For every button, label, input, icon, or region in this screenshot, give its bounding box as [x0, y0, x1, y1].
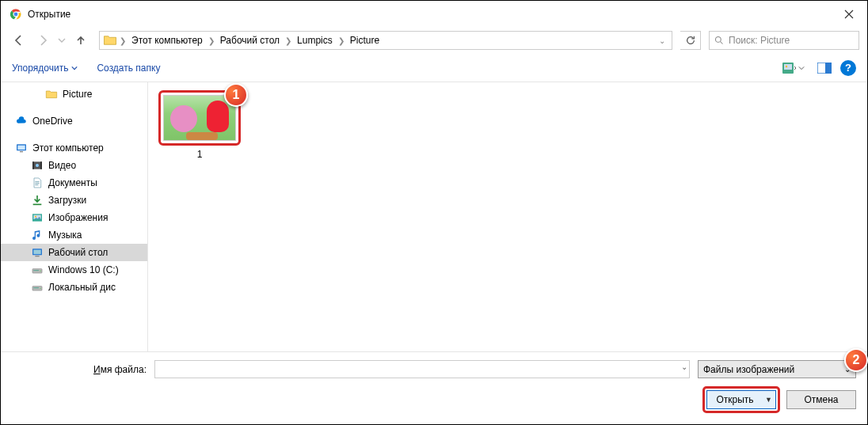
- nav-forward-button[interactable]: [32, 30, 53, 51]
- file-name: 1: [197, 149, 203, 160]
- nav-back-button[interactable]: [9, 30, 29, 51]
- breadcrumb[interactable]: ❯ Этот компьютер ❯ Рабочий стол ❯ Lumpic…: [99, 31, 672, 50]
- chrome-icon: [10, 9, 21, 20]
- annotation-badge-2: 2: [844, 348, 868, 372]
- titlebar: Открытие: [1, 1, 867, 27]
- folder-icon: [103, 33, 117, 47]
- help-button[interactable]: ?: [840, 60, 856, 76]
- chevron-down-icon: [71, 65, 78, 71]
- tree-item-label: Рабочий стол: [48, 247, 108, 258]
- tree-item-label: Локальный дис: [48, 282, 116, 293]
- nav-recent-dropdown[interactable]: [56, 30, 67, 51]
- refresh-button[interactable]: [680, 31, 701, 50]
- file-thumbnail: 1: [158, 90, 241, 146]
- svg-point-3: [716, 37, 721, 43]
- search-placeholder: Поиск: Picture: [729, 35, 790, 46]
- tree-item[interactable]: Изображения: [1, 209, 147, 226]
- tree-item-label: Windows 10 (C:): [48, 264, 119, 275]
- svg-rect-13: [32, 161, 34, 169]
- tree-item[interactable]: Документы: [1, 174, 147, 192]
- toolbar: Упорядочить Создать папку ?: [1, 54, 867, 82]
- breadcrumb-segment[interactable]: Рабочий стол: [217, 32, 283, 49]
- svg-rect-14: [40, 161, 42, 169]
- breadcrumb-segment[interactable]: Picture: [347, 32, 383, 49]
- close-button[interactable]: [831, 1, 867, 27]
- window-title: Открытие: [28, 9, 70, 20]
- svg-rect-26: [33, 287, 39, 288]
- organize-button[interactable]: Упорядочить: [12, 63, 78, 74]
- svg-rect-23: [33, 270, 39, 271]
- navigation-tree[interactable]: PictureOneDriveЭтот компьютерВидеоДокуме…: [1, 82, 148, 351]
- tree-item[interactable]: Picture: [1, 85, 147, 103]
- tree-item[interactable]: Windows 10 (C:): [1, 261, 147, 279]
- file-item[interactable]: 1 1: [156, 90, 243, 160]
- svg-rect-5: [784, 64, 792, 70]
- tree-item[interactable]: Загрузки: [1, 192, 147, 209]
- filename-label: Имя файла:: [12, 364, 147, 375]
- svg-point-1: [14, 12, 18, 16]
- svg-rect-8: [825, 63, 832, 74]
- new-folder-button[interactable]: Создать папку: [97, 63, 160, 74]
- chevron-down-icon[interactable]: ⌄: [656, 36, 668, 45]
- search-icon: [714, 36, 724, 45]
- svg-rect-10: [17, 146, 25, 150]
- svg-point-18: [35, 216, 36, 218]
- breadcrumb-segment[interactable]: Lumpics: [294, 32, 336, 49]
- chevron-down-icon[interactable]: ⌄: [681, 362, 687, 371]
- filename-input[interactable]: [154, 360, 690, 378]
- search-input[interactable]: Поиск: Picture: [709, 31, 859, 50]
- svg-point-15: [36, 164, 39, 167]
- tree-item-label: Этот компьютер: [32, 142, 104, 154]
- svg-point-27: [40, 288, 40, 289]
- tree-item[interactable]: Локальный дис: [1, 279, 147, 296]
- tree-item-label: Загрузки: [48, 195, 86, 206]
- view-mode-button[interactable]: [779, 59, 809, 78]
- chevron-right-icon: ❯: [207, 36, 215, 45]
- navbar: ❯ Этот компьютер ❯ Рабочий стол ❯ Lumpic…: [1, 27, 867, 54]
- chevron-down-icon[interactable]: ▼: [765, 396, 772, 404]
- tree-item[interactable]: Этот компьютер: [1, 139, 147, 157]
- tree-item-label: Видео: [48, 160, 76, 171]
- open-button-highlight: Открыть ▼: [702, 386, 780, 413]
- svg-rect-11: [20, 151, 23, 152]
- tree-item-label: Изображения: [48, 212, 108, 223]
- chevron-right-icon: ❯: [284, 36, 292, 45]
- svg-point-24: [40, 271, 40, 271]
- footer: Имя файла: ⌄ Файлы изображений ⌄ 2 Откры…: [1, 352, 867, 424]
- open-button[interactable]: Открыть ▼: [706, 390, 776, 409]
- tree-item-label: Музыка: [48, 230, 82, 241]
- svg-rect-20: [33, 250, 40, 254]
- tree-item[interactable]: Рабочий стол: [1, 244, 147, 261]
- preview-pane-button[interactable]: [815, 59, 834, 78]
- chevron-right-icon: ❯: [337, 36, 345, 45]
- tree-item-label: OneDrive: [32, 116, 73, 127]
- tree-item[interactable]: OneDrive: [1, 112, 147, 130]
- annotation-badge-1: 1: [224, 83, 248, 107]
- svg-point-6: [786, 65, 787, 66]
- file-type-filter[interactable]: Файлы изображений ⌄ 2: [698, 360, 856, 378]
- breadcrumb-segment[interactable]: Этот компьютер: [128, 32, 206, 49]
- tree-item[interactable]: Музыка: [1, 226, 147, 244]
- tree-item-label: Picture: [63, 89, 92, 100]
- file-list[interactable]: 1 1: [148, 82, 867, 351]
- cancel-button[interactable]: Отмена: [786, 390, 856, 409]
- nav-up-button[interactable]: [70, 30, 91, 51]
- svg-rect-21: [35, 256, 39, 256]
- tree-item-label: Документы: [48, 177, 97, 188]
- tree-item[interactable]: Видео: [1, 157, 147, 174]
- chevron-right-icon: ❯: [119, 36, 127, 45]
